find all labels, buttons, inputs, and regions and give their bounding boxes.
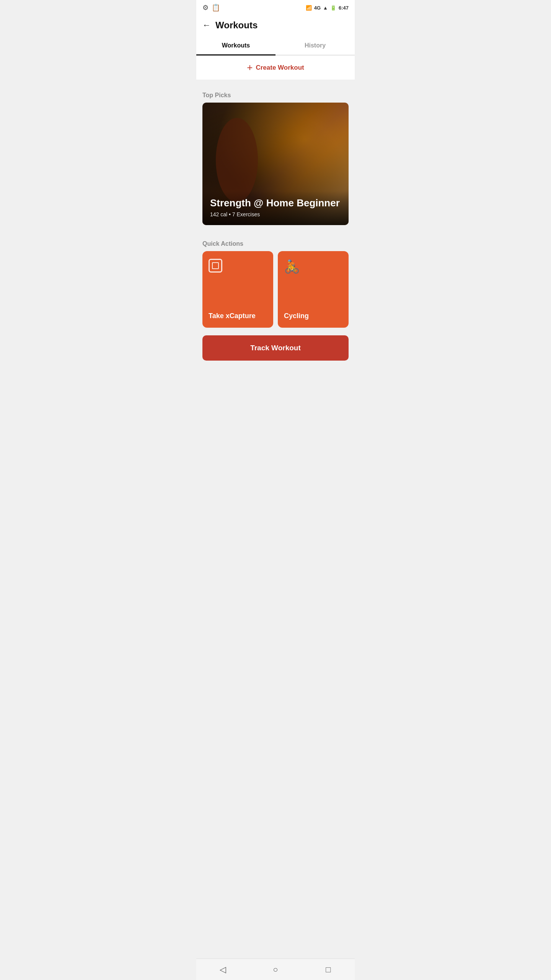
status-bar-right: 📶 4G ▲ 🔋 6:47	[306, 5, 349, 11]
signal-icon: ▲	[323, 5, 328, 11]
time-display: 6:47	[339, 5, 349, 11]
card-overlay: Strength @ Home Beginner 142 cal • 7 Exe…	[202, 191, 349, 225]
tab-history[interactable]: History	[276, 37, 355, 55]
back-button[interactable]: ←	[202, 20, 211, 30]
workout-title: Strength @ Home Beginner	[210, 197, 341, 209]
battery-icon: 🔋	[330, 5, 336, 11]
create-workout-button[interactable]: + Create Workout	[247, 62, 304, 74]
quick-actions-section-label: Quick Actions	[196, 234, 355, 251]
create-workout-label: Create Workout	[256, 64, 304, 72]
action-card-xcapture[interactable]: Take xCapture	[202, 251, 273, 328]
main-content: + Create Workout Top Picks Strength @ Ho…	[196, 56, 355, 400]
action-card-cycling[interactable]: 🚴 Cycling	[278, 251, 349, 328]
status-bar: ⚙ 📋 📶 4G ▲ 🔋 6:47	[196, 0, 355, 15]
clipboard-icon: 📋	[212, 3, 220, 12]
gear-icon: ⚙	[202, 3, 209, 12]
track-workout-label: Track Workout	[250, 344, 301, 352]
xcapture-label: Take xCapture	[209, 312, 267, 320]
create-workout-card: + Create Workout	[196, 56, 355, 80]
cycling-label: Cycling	[284, 312, 342, 320]
quick-actions-container: Take xCapture 🚴 Cycling	[196, 251, 355, 328]
network-indicator: 4G	[314, 5, 321, 11]
track-workout-button[interactable]: Track Workout	[202, 335, 349, 361]
tab-bar: Workouts History	[196, 37, 355, 56]
top-picks-section-label: Top Picks	[196, 86, 355, 103]
cycling-icon: 🚴	[284, 259, 342, 274]
top-nav: ← Workouts	[196, 15, 355, 37]
scan-icon	[209, 259, 267, 273]
workout-meta: 142 cal • 7 Exercises	[210, 211, 341, 217]
tab-workouts[interactable]: Workouts	[196, 37, 276, 56]
top-picks-card[interactable]: Strength @ Home Beginner 142 cal • 7 Exe…	[202, 103, 349, 225]
plus-icon: +	[247, 62, 253, 74]
status-bar-left: ⚙ 📋	[202, 3, 220, 12]
page-title: Workouts	[215, 20, 258, 31]
bluetooth-icon: 📶	[306, 5, 312, 11]
